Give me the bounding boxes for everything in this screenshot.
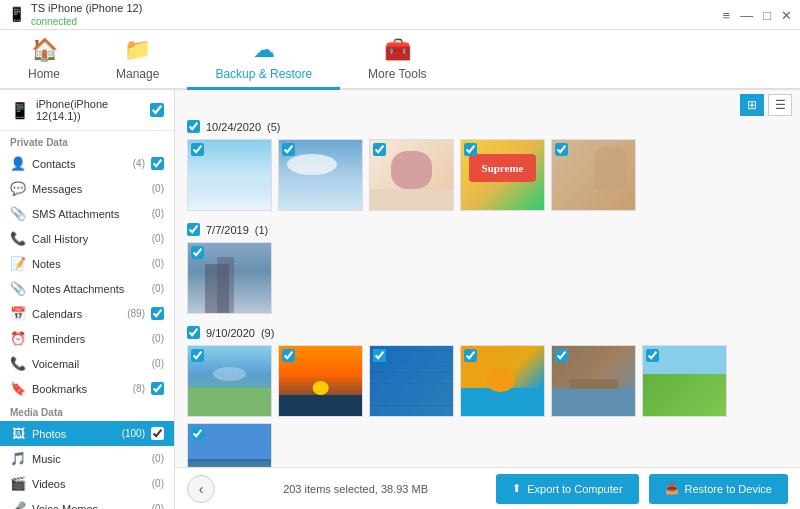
messages-count: (0) xyxy=(152,183,164,194)
export-button[interactable]: ⬆ Export to Computer xyxy=(496,474,638,504)
photo-thumb[interactable] xyxy=(369,345,454,417)
photo-thumb[interactable] xyxy=(187,345,272,417)
music-icon: 🎵 xyxy=(10,451,26,466)
photo-checkbox[interactable] xyxy=(282,143,295,156)
bookmarks-count: (8) xyxy=(133,383,145,394)
device-icon: 📱 xyxy=(8,6,25,22)
nav-backup[interactable]: ☁ Backup & Restore xyxy=(187,30,340,90)
sidebar-item-videos[interactable]: 🎬 Videos (0) xyxy=(0,471,174,496)
photo-thumb[interactable] xyxy=(278,139,363,211)
photos-label: Photos xyxy=(32,428,116,440)
photos-icon: 🖼 xyxy=(10,426,26,441)
date-label-3: 9/10/2020 xyxy=(206,327,255,339)
photo-checkbox[interactable] xyxy=(191,246,204,259)
contacts-checkbox[interactable] xyxy=(151,157,164,170)
sidebar-item-contacts[interactable]: 👤 Contacts (4) xyxy=(0,151,174,176)
connection-status: connected xyxy=(31,15,142,28)
list-view-button[interactable]: ☰ xyxy=(768,94,792,116)
sidebar-item-voice-memos[interactable]: 🎤 Voice Memos (0) xyxy=(0,496,174,509)
sidebar-item-photos[interactable]: 🖼 Photos (100) xyxy=(0,421,174,446)
menu-icon[interactable]: ≡ xyxy=(723,7,731,22)
photos-checkbox[interactable] xyxy=(151,427,164,440)
bookmarks-checkbox[interactable] xyxy=(151,382,164,395)
back-button[interactable]: ‹ xyxy=(187,475,215,503)
sidebar-item-music[interactable]: 🎵 Music (0) xyxy=(0,446,174,471)
close-icon[interactable]: ✕ xyxy=(781,7,792,22)
title-bar: 📱 TS iPhone (iPhone 12) connected ≡ — □ … xyxy=(0,0,800,30)
photo-checkbox[interactable] xyxy=(282,349,295,362)
photo-checkbox[interactable] xyxy=(555,143,568,156)
date-header-2: 7/7/2019 (1) xyxy=(187,223,788,236)
voicemail-label: Voicemail xyxy=(32,358,146,370)
photo-checkbox[interactable] xyxy=(191,143,204,156)
restore-icon: 📥 xyxy=(665,482,679,495)
photo-thumb[interactable] xyxy=(551,139,636,211)
nav-manage-label: Manage xyxy=(116,67,159,81)
date-count-3: (9) xyxy=(261,327,274,339)
date-group-3: 9/10/2020 (9) xyxy=(187,326,788,467)
minimize-icon[interactable]: — xyxy=(740,7,753,22)
nav-manage[interactable]: 📁 Manage xyxy=(88,30,187,90)
calendars-checkbox[interactable] xyxy=(151,307,164,320)
nav-more[interactable]: 🧰 More Tools xyxy=(340,30,454,90)
sidebar: 📱 iPhone(iPhone 12(14.1)) Private Data 👤… xyxy=(0,90,175,509)
photo-checkbox[interactable] xyxy=(464,143,477,156)
photo-checkbox[interactable] xyxy=(191,349,204,362)
media-data-label: Media Data xyxy=(0,401,174,421)
photo-thumb[interactable] xyxy=(187,242,272,314)
call-count: (0) xyxy=(152,233,164,244)
photos-count: (100) xyxy=(122,428,145,439)
maximize-icon[interactable]: □ xyxy=(763,7,771,22)
date-label-1: 10/24/2020 xyxy=(206,121,261,133)
photo-checkbox[interactable] xyxy=(555,349,568,362)
date-group-3-checkbox[interactable] xyxy=(187,326,200,339)
photo-thumb[interactable]: Supreme xyxy=(460,139,545,211)
contacts-count: (4) xyxy=(133,158,145,169)
photo-checkbox[interactable] xyxy=(646,349,659,362)
notes-label: Notes xyxy=(32,258,146,270)
sidebar-item-call[interactable]: 📞 Call History (0) xyxy=(0,226,174,251)
sidebar-item-notes[interactable]: 📝 Notes (0) xyxy=(0,251,174,276)
date-header-3: 9/10/2020 (9) xyxy=(187,326,788,339)
photo-thumb[interactable] xyxy=(187,139,272,211)
contacts-icon: 👤 xyxy=(10,156,26,171)
device-select-checkbox[interactable] xyxy=(150,103,164,117)
photo-thumb[interactable] xyxy=(551,345,636,417)
sidebar-item-messages[interactable]: 💬 Messages (0) xyxy=(0,176,174,201)
content-area: ⊞ ☰ 10/24/2020 (5) xyxy=(175,90,800,509)
sidebar-item-bookmarks[interactable]: 🔖 Bookmarks (8) xyxy=(0,376,174,401)
sidebar-item-notes-attach[interactable]: 📎 Notes Attachments (0) xyxy=(0,276,174,301)
photo-thumb[interactable] xyxy=(642,345,727,417)
sidebar-item-voicemail[interactable]: 📞 Voicemail (0) xyxy=(0,351,174,376)
notes-attach-label: Notes Attachments xyxy=(32,283,146,295)
photo-thumb[interactable] xyxy=(278,345,363,417)
calendars-label: Calendars xyxy=(32,308,121,320)
bookmarks-icon: 🔖 xyxy=(10,381,26,396)
photo-checkbox[interactable] xyxy=(191,427,204,440)
contacts-label: Contacts xyxy=(32,158,127,170)
photo-thumb[interactable] xyxy=(369,139,454,211)
sidebar-item-calendars[interactable]: 📅 Calendars (89) xyxy=(0,301,174,326)
photo-checkbox[interactable] xyxy=(373,349,386,362)
date-group-1-checkbox[interactable] xyxy=(187,120,200,133)
sidebar-item-sms[interactable]: 📎 SMS Attachments (0) xyxy=(0,201,174,226)
photo-thumb[interactable] xyxy=(460,345,545,417)
sidebar-item-reminders[interactable]: ⏰ Reminders (0) xyxy=(0,326,174,351)
voicemail-count: (0) xyxy=(152,358,164,369)
reminders-icon: ⏰ xyxy=(10,331,26,346)
photo-checkbox[interactable] xyxy=(373,143,386,156)
videos-icon: 🎬 xyxy=(10,476,26,491)
photo-checkbox[interactable] xyxy=(464,349,477,362)
nav-more-label: More Tools xyxy=(368,67,426,81)
date-group-2-checkbox[interactable] xyxy=(187,223,200,236)
reminders-count: (0) xyxy=(152,333,164,344)
photo-content: 10/24/2020 (5) xyxy=(175,120,800,467)
photo-thumb[interactable] xyxy=(187,423,272,467)
grid-view-button[interactable]: ⊞ xyxy=(740,94,764,116)
window-controls[interactable]: ≡ — □ ✕ xyxy=(723,7,792,22)
nav-home[interactable]: 🏠 Home xyxy=(0,30,88,90)
export-icon: ⬆ xyxy=(512,482,521,495)
restore-button[interactable]: 📥 Restore to Device xyxy=(649,474,788,504)
photo-grid-2 xyxy=(187,242,788,314)
sms-icon: 📎 xyxy=(10,206,26,221)
